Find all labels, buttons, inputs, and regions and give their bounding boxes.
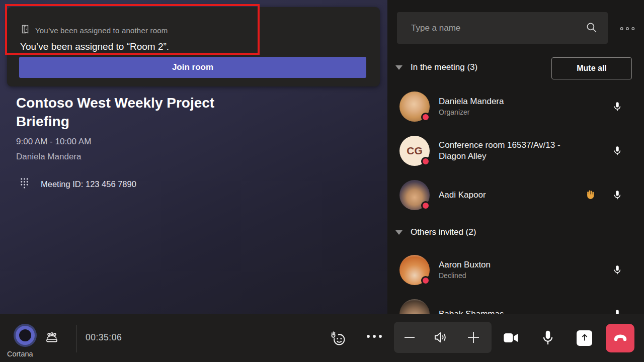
section-in-meeting[interactable]: In the meeting (3): [395, 62, 477, 72]
cortana-button[interactable]: [13, 323, 38, 348]
avatar: [399, 299, 430, 314]
mic-icon[interactable]: [612, 189, 623, 201]
section-label: Others invited (2): [411, 227, 476, 237]
cortana-ring-icon: [16, 326, 35, 345]
presence-busy-dot: [421, 276, 430, 285]
mic-icon[interactable]: [612, 308, 623, 314]
participant-row[interactable]: Aadi Kapoor: [399, 180, 636, 210]
avatar: [399, 92, 430, 122]
participant-name: Conference room 16537/Av/13 - Diagon All…: [439, 140, 575, 162]
participant-subtitle: Organizer: [439, 107, 575, 117]
meeting-stage: You’ve been assigned to another room You…: [0, 0, 387, 314]
avatar-initials: CG: [407, 145, 423, 157]
participant-row[interactable]: CG Conference room 16537/Av/13 - Diagon …: [399, 136, 636, 166]
avatar: [399, 255, 430, 285]
participant-name: Aaron Buxton: [439, 259, 575, 270]
mic-icon[interactable]: [612, 264, 623, 276]
volume-up-icon[interactable]: [466, 329, 481, 345]
mute-all-button[interactable]: Mute all: [551, 57, 632, 79]
participant-name: Babak Shammas: [439, 309, 575, 314]
camera-icon[interactable]: [503, 331, 520, 344]
dialpad-icon: [19, 177, 30, 191]
presence-busy-dot: [421, 157, 430, 166]
section-label: In the meeting (3): [411, 62, 477, 72]
meeting-time: 9:00 AM - 10:00 AM: [16, 137, 91, 147]
join-room-button[interactable]: Join room: [19, 57, 366, 78]
more-options-icon[interactable]: [365, 333, 383, 339]
room-people-icon[interactable]: [44, 332, 59, 345]
notification-message: You’ve been assigned to “Room 2”.: [20, 41, 169, 52]
cortana-label: Cortana: [0, 350, 50, 358]
react-raise-hand-icon[interactable]: [329, 330, 347, 347]
arrow-up-icon: [579, 332, 590, 344]
mic-icon[interactable]: [612, 101, 623, 113]
teams-room-meeting-screen: You’ve been assigned to another room You…: [0, 0, 644, 362]
participant-row[interactable]: Babak Shammas: [399, 299, 636, 314]
participant-row[interactable]: Daniela Mandera Organizer: [399, 92, 636, 122]
room-assignment-notification: You’ve been assigned to another room You…: [7, 7, 380, 86]
participant-name: Aadi Kapoor: [439, 190, 575, 201]
speaker-icon: [433, 330, 449, 347]
section-others-invited[interactable]: Others invited (2): [395, 227, 476, 237]
triangle-down-icon: [395, 230, 403, 235]
triangle-down-icon: [395, 65, 403, 70]
share-tray-button[interactable]: [577, 330, 592, 346]
presence-busy-dot: [421, 113, 430, 122]
meeting-id: Meeting ID: 123 456 7890: [41, 179, 136, 189]
meeting-timer: 00:35:06: [86, 332, 122, 343]
handset-icon: [612, 331, 628, 345]
avatar: [399, 180, 430, 210]
raised-hand-icon: [586, 189, 597, 202]
meeting-control-bar: Cortana 00:35:06: [0, 314, 644, 362]
participant-name: Daniela Mandera: [439, 96, 575, 107]
participant-subtitle: Declined: [439, 270, 575, 281]
hang-up-button[interactable]: [606, 324, 634, 352]
people-options-icon[interactable]: [616, 23, 638, 35]
mic-icon[interactable]: [540, 329, 555, 347]
notification-title: You’ve been assigned to another room: [35, 26, 168, 35]
search-input[interactable]: [397, 12, 608, 44]
door-icon: [20, 24, 30, 36]
volume-down-icon[interactable]: [403, 331, 417, 343]
meeting-title: Contoso West Weekly Project Briefing: [16, 94, 258, 131]
participant-row[interactable]: Aaron Buxton Declined: [399, 255, 636, 285]
divider: [76, 325, 77, 352]
meeting-organizer: Daniela Mandera: [16, 152, 81, 162]
presence-busy-dot: [421, 201, 430, 210]
search-icon: [586, 22, 598, 36]
avatar: CG: [399, 136, 430, 166]
mic-icon[interactable]: [612, 145, 623, 157]
people-panel: In the meeting (3) Mute all Daniela Mand…: [387, 0, 644, 314]
volume-control-group: [394, 322, 492, 353]
